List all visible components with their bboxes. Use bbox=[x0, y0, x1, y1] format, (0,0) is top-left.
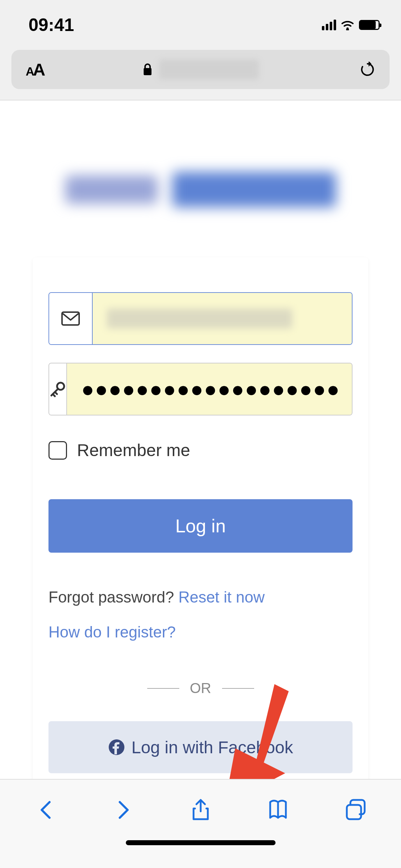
share-button[interactable] bbox=[188, 797, 214, 823]
wifi-icon bbox=[340, 20, 355, 30]
password-input-group: ●●●●●●●●●●●●●●●●●●● bbox=[48, 363, 353, 415]
status-indicators bbox=[322, 20, 380, 30]
envelope-icon bbox=[49, 293, 93, 344]
remember-me-checkbox[interactable] bbox=[48, 441, 67, 460]
site-header-redacted bbox=[29, 165, 372, 215]
battery-icon bbox=[359, 20, 380, 30]
svg-rect-2 bbox=[62, 312, 79, 325]
cellular-signal-icon bbox=[322, 20, 336, 30]
url-text-redacted bbox=[159, 60, 259, 79]
login-button[interactable]: Log in bbox=[48, 499, 353, 553]
back-button[interactable] bbox=[33, 797, 59, 823]
address-bar[interactable]: AA bbox=[11, 50, 390, 89]
reset-password-link[interactable]: Reset it now bbox=[178, 588, 264, 606]
reload-icon[interactable] bbox=[360, 62, 375, 77]
reader-view-button[interactable]: AA bbox=[26, 60, 44, 79]
home-indicator[interactable] bbox=[126, 840, 276, 845]
status-bar: 09:41 bbox=[0, 0, 401, 50]
svg-point-0 bbox=[346, 27, 349, 30]
or-divider: OR bbox=[48, 680, 353, 696]
email-field[interactable] bbox=[93, 293, 352, 344]
facebook-icon bbox=[108, 739, 125, 756]
lock-icon bbox=[143, 63, 153, 76]
email-input-group bbox=[48, 292, 353, 345]
status-time: 09:41 bbox=[29, 15, 74, 35]
email-value-redacted bbox=[107, 309, 292, 329]
facebook-button-label: Log in with Facebook bbox=[132, 738, 293, 757]
browser-toolbar bbox=[0, 779, 401, 868]
register-link[interactable]: How do I register? bbox=[48, 623, 353, 641]
svg-rect-1 bbox=[144, 68, 151, 75]
key-icon bbox=[49, 363, 67, 415]
login-card: ●●●●●●●●●●●●●●●●●●● Remember me Log in F… bbox=[33, 257, 368, 868]
page-content: ●●●●●●●●●●●●●●●●●●● Remember me Log in F… bbox=[0, 100, 401, 868]
password-value-masked: ●●●●●●●●●●●●●●●●●●● bbox=[81, 377, 340, 402]
remember-me-label: Remember me bbox=[77, 440, 190, 460]
forward-button[interactable] bbox=[110, 797, 136, 823]
forgot-password-prefix: Forgot password? bbox=[48, 588, 178, 606]
password-field[interactable]: ●●●●●●●●●●●●●●●●●●● bbox=[67, 363, 353, 415]
tabs-button[interactable] bbox=[343, 797, 368, 823]
svg-rect-6 bbox=[347, 805, 361, 819]
remember-me-row[interactable]: Remember me bbox=[48, 440, 353, 460]
url-display[interactable] bbox=[143, 60, 259, 79]
login-with-facebook-button[interactable]: Log in with Facebook bbox=[48, 721, 353, 773]
forgot-password-text: Forgot password? Reset it now bbox=[48, 588, 353, 606]
or-label: OR bbox=[190, 680, 211, 696]
bookmarks-button[interactable] bbox=[265, 797, 291, 823]
